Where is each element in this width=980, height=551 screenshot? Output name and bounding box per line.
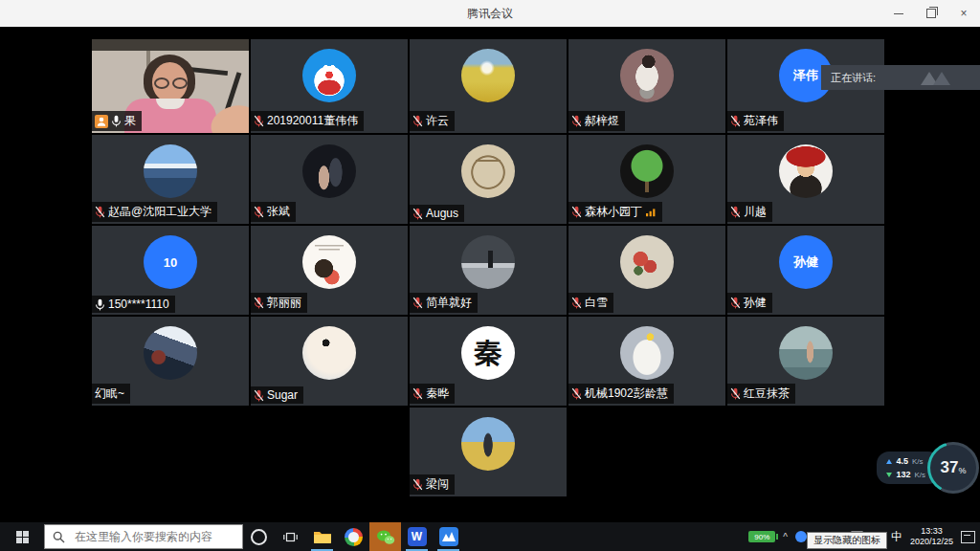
task-view-button[interactable] [275,522,306,551]
participant-label: 郭丽丽 [251,293,307,313]
mic-muted-icon [412,115,423,127]
participant-tile[interactable]: Sugar [251,317,408,406]
ime-indicator[interactable]: 中 [891,529,902,545]
participant-avatar [302,235,356,289]
participant-tile[interactable]: 川越 [727,135,884,224]
participant-tile[interactable]: 孙健 孙健 [727,226,884,315]
task-view-icon [283,531,298,543]
windows-logo-icon [16,531,29,543]
start-button[interactable] [0,522,44,551]
network-signal-icon [645,208,657,217]
mic-on-icon [95,298,105,311]
participant-tile[interactable]: 白雪 [568,226,725,315]
mic-muted-icon [730,206,741,218]
action-center-icon[interactable] [961,531,975,543]
meeting-app-button[interactable] [433,522,464,551]
tray-tooltip: 显示隐藏的图标 [807,532,887,549]
mic-muted-icon [571,297,582,309]
search-input[interactable] [73,529,230,544]
participant-tile[interactable]: 果 [92,39,249,133]
speaking-banner: 正在讲话: [821,65,980,90]
participant-avatar [461,49,515,102]
participant-name: 赵晶@沈阳工业大学 [108,204,212,220]
host-badge-icon [95,115,108,128]
participant-tile[interactable]: 赵晶@沈阳工业大学 [92,135,249,224]
minimize-button[interactable] [882,0,915,27]
show-hidden-icons-chevron[interactable]: ^ [783,532,788,542]
tencent-meeting-window: 腾讯会议 × 果 [0,0,980,551]
cortana-icon [251,529,267,545]
usage-gauge-value: 37 % [930,445,976,491]
participant-tile[interactable]: 秦 秦晔 [410,317,567,406]
participant-tile[interactable]: 机械1902彭龄慧 [568,317,725,406]
participant-label: 张斌 [251,202,296,222]
mic-muted-icon [571,115,582,127]
file-explorer-icon [313,529,332,544]
usage-gauge[interactable]: 37 % [927,442,979,494]
browser-icon [345,528,363,546]
download-unit: K/s [914,471,925,479]
tray-app-blue-icon[interactable] [795,531,807,542]
cortana-button[interactable] [243,522,275,551]
participant-tile[interactable]: 郝梓煜 [568,39,725,133]
title-bar: 腾讯会议 × [0,0,980,28]
mic-muted-icon [254,389,264,402]
participant-avatar: 孙健 [779,235,833,289]
wps-word-icon: W [408,527,427,546]
participant-tile[interactable]: 幻眠~ [92,317,249,406]
taskbar-search[interactable] [44,524,243,549]
network-speed-widget[interactable]: 4.5 K/s 132 K/s 37 % [877,442,979,494]
participant-tile[interactable]: 许云 [410,39,567,133]
wechat-button[interactable] [369,522,401,551]
participant-avatar [620,235,674,289]
participant-tile[interactable]: 简单就好 [410,226,567,315]
participant-tile[interactable]: 红豆抹茶 [727,317,884,406]
mic-muted-icon [730,115,741,127]
window-controls: × [882,0,980,27]
participant-label: 150****1110 [92,296,175,313]
battery-indicator[interactable]: 90% [748,531,775,542]
mic-muted-icon [571,387,582,400]
participant-label: 梁闯 [410,474,455,495]
participant-name: 川越 [744,204,767,220]
search-icon [53,531,65,543]
meeting-content: 果 201920011董伟伟 [0,27,980,522]
participant-label: 孙健 [727,293,772,313]
participant-name: Sugar [267,388,298,402]
participant-avatar [461,235,515,289]
participant-name: 简单就好 [426,295,472,311]
mic-muted-icon [254,206,264,218]
participant-grid: 果 201920011董伟伟 [92,39,884,496]
participant-avatar [620,144,674,198]
participant-tile[interactable]: 201920011董伟伟 [251,39,408,133]
participant-tile[interactable]: 10 150****1110 [92,226,249,315]
participant-tile[interactable]: 郭丽丽 [251,226,408,315]
mic-muted-icon [412,387,423,400]
restore-button[interactable] [915,0,947,27]
close-button[interactable]: × [947,0,980,27]
participant-avatar [461,417,515,471]
wps-word-button[interactable]: W [401,522,433,551]
participant-tile[interactable]: 张斌 [251,135,408,224]
mic-muted-icon [412,297,423,309]
download-speed: 132 K/s [886,470,925,479]
participant-tile[interactable]: Augus [410,135,567,224]
meeting-app-icon [439,527,458,546]
participant-label: Sugar [251,386,303,404]
mic-on-icon [111,115,122,127]
taskbar-clock[interactable]: 13:33 2020/12/25 [910,526,953,547]
participant-tile[interactable]: 梁闯 [410,408,567,496]
participant-name: 秦晔 [426,386,449,402]
participant-label: 秦晔 [410,384,455,404]
participant-label: 森林小园丁 [568,202,662,222]
file-explorer-button[interactable] [306,522,338,551]
participant-avatar [302,144,356,198]
participant-label: 许云 [410,111,455,131]
mic-muted-icon [412,208,423,220]
participant-tile[interactable]: 森林小园丁 [568,135,725,224]
browser-button[interactable] [338,522,369,551]
upload-value: 4.5 [896,456,908,466]
participant-label: 红豆抹茶 [727,384,795,404]
participant-name: 梁闯 [426,476,449,493]
participant-label: Augus [410,205,464,222]
